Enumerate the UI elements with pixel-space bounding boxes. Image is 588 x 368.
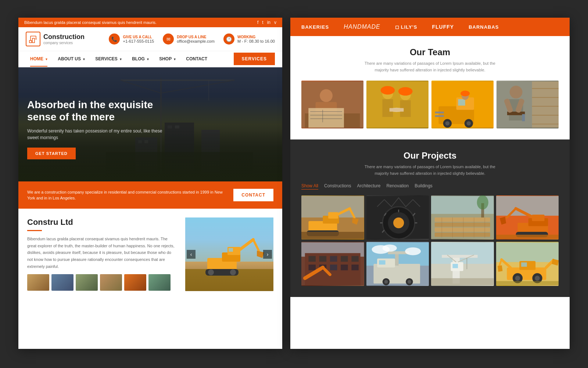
site-header: Construction company services 📞 Give us … — [18, 27, 282, 51]
svg-rect-138 — [431, 243, 494, 264]
nav-blog[interactable]: BLOG ▾ — [128, 51, 153, 67]
svg-rect-107 — [496, 235, 559, 239]
slider-prev-button[interactable]: ‹ — [187, 250, 196, 259]
about-section: Constru Ltd Bibendum lacus gralda placer… — [18, 209, 282, 300]
contact-phone: 📞 Give us a call +1-617-555-0115 — [109, 33, 154, 45]
svg-rect-146 — [431, 278, 494, 285]
header-contacts: 📞 Give us a call +1-617-555-0115 ✉ Drop … — [109, 33, 275, 45]
project-card-5[interactable] — [301, 242, 364, 286]
thumbnail-3[interactable] — [76, 274, 98, 291]
phone-label: Give us a call — [123, 35, 154, 39]
contact-hours-info: Working M - F: 08.30 to 16.00 — [237, 35, 275, 43]
projects-description: There are many variations of passages of… — [360, 164, 500, 177]
team-description: There are many variations of passages of… — [360, 60, 500, 73]
hours-label: Working — [237, 35, 275, 39]
project-card-6[interactable] — [366, 242, 429, 286]
slider-next-button[interactable]: › — [263, 250, 272, 259]
team-card-3[interactable] — [431, 81, 494, 128]
thumbnail-6[interactable] — [148, 274, 171, 291]
category-bar: BAKERIES Handmade ◻ LILY'S FLUFFY BARNAB… — [290, 18, 570, 36]
contact-email: ✉ Drop us a line office@example.com — [163, 33, 215, 45]
clock-icon: 🕐 — [223, 33, 234, 45]
project-card-7[interactable] — [431, 242, 494, 286]
filter-constructions[interactable]: Constructions — [324, 183, 351, 190]
svg-rect-116 — [308, 265, 315, 270]
thumbnail-2[interactable] — [51, 274, 74, 291]
svg-rect-34 — [308, 108, 344, 128]
team-card-1[interactable] — [301, 81, 363, 128]
team-card-2[interactable] — [366, 81, 429, 128]
left-panel: Bibendum lacus gralda placerat consequat… — [18, 18, 282, 349]
svg-point-135 — [382, 245, 397, 252]
hero-title: Absorbed in the exquisite sense of the m… — [27, 99, 174, 123]
team-title: Our Team — [301, 47, 559, 57]
project-card-2[interactable] — [366, 195, 429, 240]
facebook-icon[interactable]: f — [257, 20, 258, 25]
thumbnail-1[interactable] — [27, 274, 49, 291]
svg-rect-41 — [382, 99, 393, 117]
project-card-1[interactable] — [301, 195, 364, 240]
email-icon: ✉ — [163, 33, 174, 45]
svg-rect-53 — [435, 115, 444, 117]
svg-rect-112 — [319, 256, 326, 262]
category-fluffy[interactable]: FLUFFY — [432, 24, 454, 30]
nav-home[interactable]: HOME ▾ — [26, 51, 52, 67]
svg-point-85 — [393, 217, 404, 228]
thumbnail-5[interactable] — [124, 274, 146, 291]
vimeo-icon[interactable]: v — [274, 20, 276, 25]
about-description: Bibendum lacus gralda placerat consequat… — [27, 236, 178, 270]
nav-contact[interactable]: CONTACT — [182, 51, 212, 67]
svg-point-57 — [467, 121, 471, 126]
svg-point-31 — [320, 89, 333, 102]
contact-phone-info: Give us a call +1-617-555-0115 — [123, 35, 154, 43]
category-barnabas[interactable]: BARNABAS — [469, 24, 499, 30]
team-grid — [301, 81, 559, 128]
filter-buildings[interactable]: Buildings — [415, 183, 433, 190]
projects-section: Our Projects There are many variations o… — [290, 139, 570, 297]
projects-title: Our Projects — [301, 151, 559, 161]
filter-tabs: Show All Constructions Architecture Reno… — [301, 183, 559, 190]
svg-rect-47 — [390, 108, 404, 112]
team-card-4[interactable] — [496, 81, 559, 128]
about-accent-line — [27, 230, 42, 231]
category-handmade[interactable]: Handmade — [344, 24, 380, 30]
contact-button[interactable]: CONTACT — [233, 189, 273, 201]
category-bakeries[interactable]: BAKERIES — [301, 24, 329, 30]
filter-renovation[interactable]: Renovation — [386, 183, 409, 190]
email-label: Drop us a line — [177, 35, 215, 39]
logo-text: Construction company services — [43, 33, 85, 45]
twitter-icon[interactable]: t — [262, 20, 263, 25]
svg-point-136 — [405, 248, 421, 255]
svg-rect-127 — [379, 261, 386, 265]
info-bar-text: We are a construction company specialize… — [27, 189, 226, 201]
logo[interactable]: Construction company services — [26, 32, 85, 46]
svg-rect-39 — [366, 81, 429, 128]
thumbnail-4[interactable] — [100, 274, 122, 291]
project-card-8[interactable] — [496, 242, 559, 286]
nav-services[interactable]: SERVICES ▾ — [91, 51, 126, 67]
hero-section: Absorbed in the exquisite sense of the m… — [18, 67, 282, 181]
top-bar: Bibendum lacus gralda placerat consequat… — [18, 18, 282, 27]
svg-point-42 — [381, 86, 395, 95]
project-card-4[interactable] — [496, 195, 559, 240]
svg-rect-159 — [496, 281, 559, 286]
svg-point-133 — [408, 280, 411, 284]
project-card-3[interactable] — [431, 195, 494, 240]
category-lily[interactable]: ◻ LILY'S — [395, 24, 417, 30]
svg-rect-90 — [435, 228, 490, 232]
filter-architecture[interactable]: Architecture — [357, 183, 380, 190]
services-cta-button[interactable]: SERVICES — [234, 53, 275, 65]
nav-about[interactable]: ABOUT US ▾ — [53, 51, 89, 67]
svg-rect-114 — [341, 256, 348, 262]
social-icons: f t in v — [257, 20, 276, 25]
hours-value: M - F: 08.30 to 16.00 — [237, 39, 275, 43]
logo-icon — [26, 32, 40, 46]
nav-shop[interactable]: SHOP ▾ — [155, 51, 180, 67]
get-started-button[interactable]: GET STARTED — [27, 148, 76, 159]
linkedin-icon[interactable]: in — [267, 20, 270, 25]
svg-rect-128 — [395, 253, 398, 266]
about-text: Constru Ltd Bibendum lacus gralda placer… — [27, 217, 178, 291]
svg-rect-51 — [458, 99, 465, 106]
hero-subtitle: Wonderful serenity has taken possession … — [27, 128, 174, 141]
filter-show-all[interactable]: Show All — [301, 183, 318, 190]
